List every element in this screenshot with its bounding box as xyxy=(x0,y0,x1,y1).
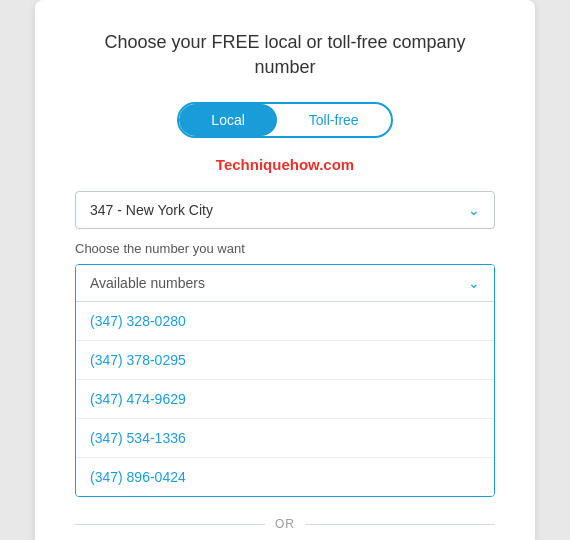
or-line-right xyxy=(305,524,495,525)
dropdown-header[interactable]: Available numbers ⌄ xyxy=(76,265,494,302)
number-item[interactable]: (347) 328-0280 xyxy=(76,302,494,341)
brand-label: Techniquehow.com xyxy=(75,156,495,173)
number-list: (347) 328-0280(347) 378-0295(347) 474-96… xyxy=(76,302,494,496)
location-select-text: 347 - New York City xyxy=(90,202,468,218)
number-dropdown: Available numbers ⌄ (347) 328-0280(347) … xyxy=(75,264,495,497)
local-tab[interactable]: Local xyxy=(179,104,276,136)
toggle-group: Local Toll-free xyxy=(75,102,495,138)
number-item[interactable]: (347) 474-9629 xyxy=(76,380,494,419)
page-title: Choose your FREE local or toll-free comp… xyxy=(75,30,495,80)
available-numbers-label: Available numbers xyxy=(90,275,468,291)
location-select[interactable]: 347 - New York City ⌄ xyxy=(75,191,495,229)
number-item[interactable]: (347) 378-0295 xyxy=(76,341,494,380)
tollfree-tab[interactable]: Toll-free xyxy=(277,104,391,136)
main-card: Choose your FREE local or toll-free comp… xyxy=(35,0,535,540)
toggle-wrapper: Local Toll-free xyxy=(177,102,392,138)
or-text: OR xyxy=(275,517,295,531)
dropdown-chevron-icon: ⌄ xyxy=(468,275,480,291)
location-chevron-icon: ⌄ xyxy=(468,202,480,218)
or-divider: OR xyxy=(75,517,495,531)
choose-number-label: Choose the number you want xyxy=(75,241,495,256)
number-item[interactable]: (347) 534-1336 xyxy=(76,419,494,458)
number-item[interactable]: (347) 896-0424 xyxy=(76,458,494,496)
or-line-left xyxy=(75,524,265,525)
